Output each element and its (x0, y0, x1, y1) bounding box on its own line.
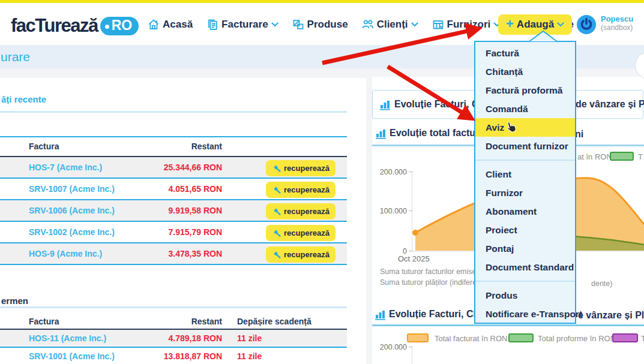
recover-button[interactable]: recuperează (266, 225, 336, 241)
overdue-title: ermen (1, 296, 28, 306)
invoice-link[interactable]: SRV-1001 (Acme Inc.) (29, 351, 115, 361)
chart1-legend-fragment: at în RON (577, 152, 612, 161)
recover-label: recuperează (284, 207, 330, 216)
menu-item-label: Aviz (486, 122, 504, 133)
invoice-link[interactable]: HOS-11 (Acme Inc.) (29, 333, 106, 343)
recover-button[interactable]: recuperează (266, 182, 336, 198)
menu-item-produs[interactable]: Produs (475, 286, 575, 305)
table-row: SRV-1001 (Acme Inc.) 13.818,87 RON 11 zi… (0, 348, 347, 364)
overdue-rows: HOS-11 (Acme Inc.) 4.789,18 RON 11 zile … (0, 330, 347, 364)
nav-item-facturare[interactable]: Facturare (206, 19, 278, 31)
nav-label: Furnizori (447, 19, 491, 31)
legend-swatch-purple (612, 333, 638, 342)
chart1-title-fragment-right: ni (575, 129, 583, 140)
menu-item-notificare-e-transport[interactable]: Notificare e-Transport (475, 305, 575, 323)
bar-chart-icon (380, 100, 391, 110)
gavel-icon (272, 164, 281, 173)
bar-chart-icon (376, 129, 387, 139)
menu-item-document-standard[interactable]: Document Standard (475, 258, 575, 276)
chevron-down-icon (271, 22, 278, 27)
menu-item-comanda[interactable]: Comandă (475, 100, 575, 118)
nav-item-acasa[interactable]: Acasă (148, 19, 193, 31)
chart1-title-fragment-left: Evoluție total factura (390, 128, 484, 139)
col-factura: Factura (29, 317, 59, 326)
gavel-icon (272, 228, 281, 237)
outstanding-amount: 9.919,58 RON (138, 206, 222, 215)
logo-ro-badge: RO (100, 17, 139, 35)
chart1-legend-fragment-right: T (638, 152, 643, 161)
menu-item-client[interactable]: Client (475, 165, 575, 183)
divider (0, 111, 347, 113)
menu-item-document-furnizor[interactable]: Document furnizor (475, 137, 575, 155)
invoice-link[interactable]: SRV-1002 (Acme Inc.) (29, 227, 115, 237)
nav-item-furnizori[interactable]: Furnizori (432, 19, 501, 31)
table-row: SRV-1007 (Acme Inc.) 4.051,65 RON recupe… (0, 179, 347, 200)
recent-payments-rows: HOS-7 (Acme Inc.) 25.344,66 RON recupere… (0, 157, 347, 265)
divider (0, 306, 347, 308)
gavel-icon (272, 207, 281, 216)
outstanding-amount: 4.051,65 RON (138, 184, 222, 194)
table-row: HOS-7 (Acme Inc.) 25.344,66 RON recupere… (0, 157, 347, 179)
chart1-footnote-2-right: dente) (591, 279, 612, 288)
y-axis-line (412, 347, 412, 364)
dropdown-callout-arrow (527, 29, 559, 42)
col-factura: Factura (29, 142, 59, 151)
y-axis-tick: 200.000 (378, 343, 407, 351)
tab-title-fragment-left: Evoluție Facturi, Ch (394, 99, 484, 110)
recover-label: recuperează (284, 228, 330, 237)
invoice-link[interactable]: SRV-1007 (Acme Inc.) (29, 184, 115, 194)
nav-label: Acasă (163, 19, 193, 31)
divider (372, 324, 644, 326)
col-depasire: Depășire scadență (237, 317, 311, 326)
nav-label: Produse (307, 19, 348, 31)
plus-icon: + (506, 16, 514, 32)
user-menu[interactable]: Popescu (sandbox) (577, 15, 633, 34)
recent-payments-title: ăți recente (1, 94, 46, 104)
overdue-table-header: Factura Restant Depășire scadență (0, 315, 347, 327)
recover-button[interactable]: recuperează (266, 203, 336, 219)
chart1-footnote-1: Suma tuturor facturilor emise și (380, 267, 484, 276)
overdue-days: 11 zile (237, 351, 262, 361)
hand-cursor-icon (507, 121, 518, 134)
user-name: Popescu (601, 15, 633, 23)
legend-swatch-orange (407, 333, 429, 342)
outstanding-amount: 13.818,87 RON (138, 351, 222, 361)
menu-item-pontaj[interactable]: Pontaj (475, 239, 575, 258)
recover-label: recuperează (284, 185, 330, 194)
recover-label: recuperează (284, 250, 330, 259)
logo[interactable]: facTurează RO (11, 15, 139, 37)
chart2-title-fragment-right: e vânzare și Plăți (578, 310, 644, 321)
logo-wordmark: facTurează (11, 15, 98, 37)
invoices-icon (206, 19, 218, 31)
nav-label: Clienți (377, 19, 408, 31)
table-row: HOS-9 (Acme Inc.) 3.478,35 RON recuperea… (0, 243, 347, 265)
col-restant: Restant (138, 317, 222, 326)
top-accent-strip (0, 0, 644, 3)
table-row: SRV-1002 (Acme Inc.) 7.915,79 RON recupe… (0, 222, 347, 243)
recover-button[interactable]: recuperează (266, 246, 336, 263)
clients-icon (362, 19, 374, 31)
outstanding-amount: 7.915,79 RON (138, 227, 222, 237)
recover-label: recuperează (284, 164, 330, 173)
menu-item-proiect[interactable]: Proiect (475, 221, 575, 239)
invoice-link[interactable]: SRV-1006 (Acme Inc.) (29, 206, 115, 215)
nav-item-clienti[interactable]: Clienți (362, 19, 418, 31)
legend-label: Total facturat în RON (435, 334, 507, 343)
chart2-title-fragment-left: Evoluție Facturi, Chit (389, 309, 485, 320)
menu-item-factura[interactable]: Factură (475, 44, 575, 62)
menu-item-factura-proforma[interactable]: Factură proformă (475, 81, 575, 100)
menu-item-furnizor[interactable]: Furnizor (475, 183, 575, 202)
col-restant: Restant (138, 142, 222, 151)
table-row: SRV-1006 (Acme Inc.) 9.919,58 RON recupe… (0, 200, 347, 222)
invoice-link[interactable]: HOS-9 (Acme Inc.) (29, 249, 102, 258)
recent-payments-table-header: Factura Restant (0, 137, 347, 156)
logo-badge-text: RO (112, 17, 133, 33)
menu-item-chitanta[interactable]: Chitanță (475, 62, 575, 81)
recover-button[interactable]: recuperează (266, 160, 336, 176)
chevron-down-icon (411, 22, 418, 27)
menu-item-abonament[interactable]: Abonament (475, 202, 575, 221)
nav-item-produse[interactable]: Produse (292, 19, 348, 31)
invoice-link[interactable]: HOS-7 (Acme Inc.) (29, 163, 102, 172)
menu-item-aviz[interactable]: Aviz (475, 118, 575, 137)
overdue-days: 11 zile (237, 333, 262, 343)
